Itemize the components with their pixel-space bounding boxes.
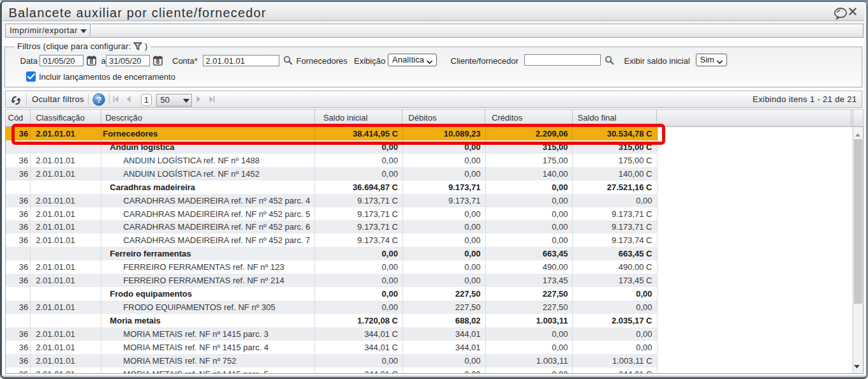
svg-text:8: 8 bbox=[156, 58, 159, 65]
svg-text:8: 8 bbox=[89, 58, 93, 65]
svg-text:?: ? bbox=[96, 95, 101, 105]
